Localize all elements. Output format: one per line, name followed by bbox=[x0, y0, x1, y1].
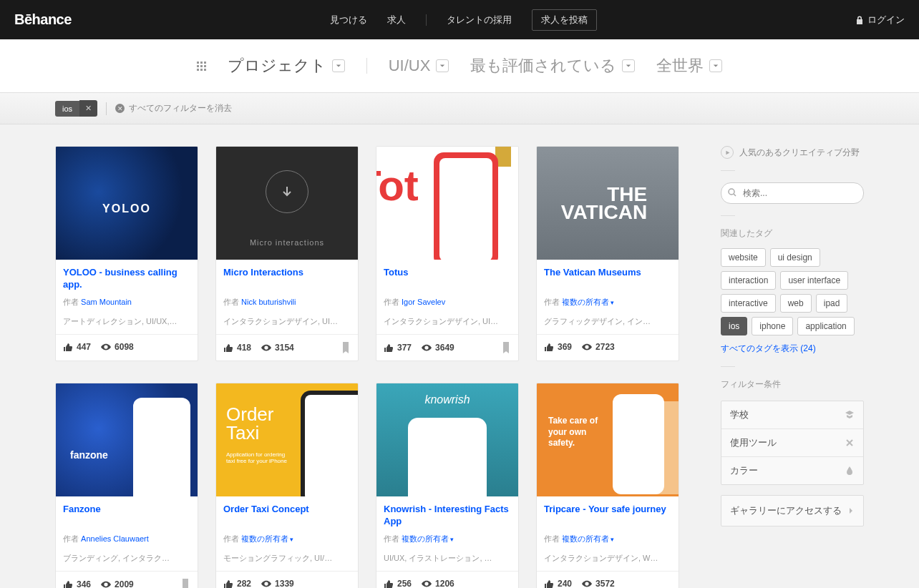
project-title[interactable]: The Vatican Museums bbox=[544, 267, 671, 291]
search-input[interactable] bbox=[721, 182, 864, 204]
nav-hire[interactable]: タレントの採用 bbox=[447, 14, 512, 26]
close-circle-icon: ✕ bbox=[115, 104, 125, 113]
filter-region-label: 全世界 bbox=[656, 55, 704, 77]
clear-all-filters[interactable]: ✕ すべてのフィルターを消去 bbox=[115, 102, 232, 114]
project-categories: インタラクションデザイン, W… bbox=[544, 553, 671, 564]
remove-tag-button[interactable]: ✕ bbox=[79, 100, 97, 117]
sidebar: 人気のあるクリエイティブ分野 関連したタグ websiteui designin… bbox=[721, 146, 864, 526]
project-thumbnail[interactable]: Take care of your own safety. bbox=[537, 383, 679, 496]
project-byline: 作者 複数の所有者▾ bbox=[544, 534, 671, 544]
nav-jobs[interactable]: 求人 bbox=[387, 14, 406, 26]
refine-color-label: カラー bbox=[730, 464, 758, 477]
nav-discover[interactable]: 見つける bbox=[330, 14, 367, 26]
views-stat: 2009 bbox=[101, 579, 134, 588]
chevron-right-icon bbox=[847, 507, 855, 514]
project-author-link[interactable]: 複数の所有者 bbox=[562, 534, 609, 543]
gallery-access-button[interactable]: ギャラリーにアクセスする bbox=[721, 495, 864, 526]
related-tags: websiteui designinteractionuser interfac… bbox=[721, 248, 864, 335]
chevron-down-icon bbox=[622, 59, 635, 72]
project-thumbnail[interactable] bbox=[376, 383, 518, 496]
gallery-access-label: ギャラリーにアクセスする bbox=[730, 504, 842, 517]
project-author-link[interactable]: 複数の所有者 bbox=[241, 534, 288, 543]
views-stat: 3154 bbox=[261, 343, 294, 353]
show-all-tags[interactable]: すべてのタグを表示 (24) bbox=[721, 343, 864, 355]
likes-stat: 377 bbox=[384, 343, 412, 353]
related-tag[interactable]: interaction bbox=[721, 271, 776, 290]
main-content: YOLOO - business calling app. 作者 Sam Mou… bbox=[48, 124, 871, 588]
related-tag[interactable]: interactive bbox=[721, 294, 776, 313]
related-tag[interactable]: application bbox=[797, 317, 854, 335]
chevron-down-icon: ▾ bbox=[611, 299, 614, 306]
post-job-button[interactable]: 求人を投稿 bbox=[532, 9, 597, 31]
project-author-link[interactable]: Igor Savelev bbox=[402, 298, 445, 306]
filter-region[interactable]: 全世界 bbox=[656, 55, 722, 77]
project-title[interactable]: Tripcare - Your safe journey bbox=[544, 504, 671, 528]
project-byline: 作者 Annelies Clauwaert bbox=[63, 534, 190, 544]
refine-school-label: 学校 bbox=[730, 408, 749, 421]
project-thumbnail[interactable]: OrderTaxiApplication for ordering taxi f… bbox=[216, 383, 358, 496]
project-thumbnail[interactable] bbox=[56, 383, 198, 496]
lock-icon bbox=[856, 16, 863, 24]
refine-school[interactable]: 学校 bbox=[721, 401, 863, 429]
divider bbox=[721, 170, 735, 171]
views-stat: 1206 bbox=[422, 579, 454, 588]
project-thumbnail[interactable] bbox=[56, 147, 198, 260]
likes-stat: 346 bbox=[63, 579, 91, 588]
refine-label: フィルター条件 bbox=[721, 378, 864, 391]
top-nav: Bēhance 見つける 求人 タレントの採用 求人を投稿 ログイン bbox=[0, 0, 919, 39]
project-author-link[interactable]: Sam Mountain bbox=[81, 298, 132, 306]
search-box bbox=[721, 182, 864, 204]
popular-fields-link[interactable]: 人気のあるクリエイティブ分野 bbox=[721, 146, 864, 159]
refine-tools[interactable]: 使用ツール bbox=[721, 429, 863, 457]
active-filter-bar: ios ✕ ✕ すべてのフィルターを消去 bbox=[0, 93, 919, 124]
project-title[interactable]: Micro Interactions bbox=[223, 267, 351, 291]
project-title[interactable]: Fanzone bbox=[63, 504, 190, 528]
project-author-link[interactable]: Nick buturishvili bbox=[241, 298, 296, 306]
project-categories: グラフィックデザイン, イン… bbox=[544, 316, 671, 327]
project-thumbnail[interactable]: Tot bbox=[376, 147, 518, 260]
filter-projects-label: プロジェクト bbox=[228, 55, 326, 77]
logo[interactable]: Bēhance bbox=[14, 11, 72, 28]
project-byline: 作者 複数の所有者▾ bbox=[544, 297, 671, 308]
login-label: ログイン bbox=[867, 14, 905, 26]
project-categories: アートディレクション, UI/UX,… bbox=[63, 316, 190, 327]
filter-field[interactable]: UI/UX bbox=[389, 57, 449, 75]
likes-stat: 240 bbox=[544, 579, 572, 588]
filter-projects[interactable]: プロジェクト bbox=[228, 55, 345, 77]
related-tag[interactable]: web bbox=[780, 294, 812, 313]
tools-icon bbox=[845, 438, 855, 448]
refine-color[interactable]: カラー bbox=[721, 457, 863, 484]
related-tag[interactable]: ui design bbox=[770, 248, 820, 267]
related-tag[interactable]: iphone bbox=[752, 317, 793, 335]
project-author-link[interactable]: 複数の所有者 bbox=[562, 298, 609, 306]
project-grid: YOLOO - business calling app. 作者 Sam Mou… bbox=[55, 146, 699, 588]
project-categories: ブランディング, インタラク… bbox=[63, 553, 190, 564]
active-tag-label: ios bbox=[55, 101, 79, 117]
filter-bar: プロジェクト UI/UX 最も評価されている 全世界 bbox=[0, 39, 919, 93]
likes-stat: 418 bbox=[223, 343, 251, 353]
project-author-link[interactable]: Annelies Clauwaert bbox=[81, 534, 149, 543]
views-stat: 6098 bbox=[101, 342, 134, 352]
related-tag[interactable]: user interface bbox=[780, 271, 848, 290]
project-author-link[interactable]: 複数の所有者 bbox=[402, 534, 449, 543]
related-tag[interactable]: ios bbox=[721, 317, 747, 335]
project-thumbnail[interactable]: THEVATICAN bbox=[537, 147, 679, 260]
project-title[interactable]: YOLOO - business calling app. bbox=[63, 267, 190, 291]
refine-list: 学校 使用ツール カラー bbox=[721, 401, 864, 485]
project-categories: モーショングラフィック, UI/… bbox=[223, 553, 351, 564]
project-thumbnail[interactable]: Micro interactions bbox=[216, 147, 358, 260]
project-categories: インタラクションデザイン, UI… bbox=[223, 316, 351, 327]
divider bbox=[721, 215, 735, 216]
project-card: THEVATICAN The Vatican Museums 作者 複数の所有者… bbox=[536, 146, 679, 361]
project-title[interactable]: Knowrish - Interesting Facts App bbox=[384, 504, 511, 528]
project-title[interactable]: Order Taxi Concept bbox=[223, 504, 351, 528]
project-stats: 282 1339 bbox=[216, 571, 358, 588]
project-stats: 369 2723 bbox=[537, 334, 679, 359]
play-circle-icon bbox=[721, 146, 734, 159]
filter-sort[interactable]: 最も評価されている bbox=[470, 55, 635, 77]
login-button[interactable]: ログイン bbox=[856, 14, 905, 26]
school-icon bbox=[845, 410, 855, 420]
project-title[interactable]: Totus bbox=[384, 267, 511, 291]
related-tag[interactable]: ipad bbox=[816, 294, 848, 313]
related-tag[interactable]: website bbox=[721, 248, 766, 267]
